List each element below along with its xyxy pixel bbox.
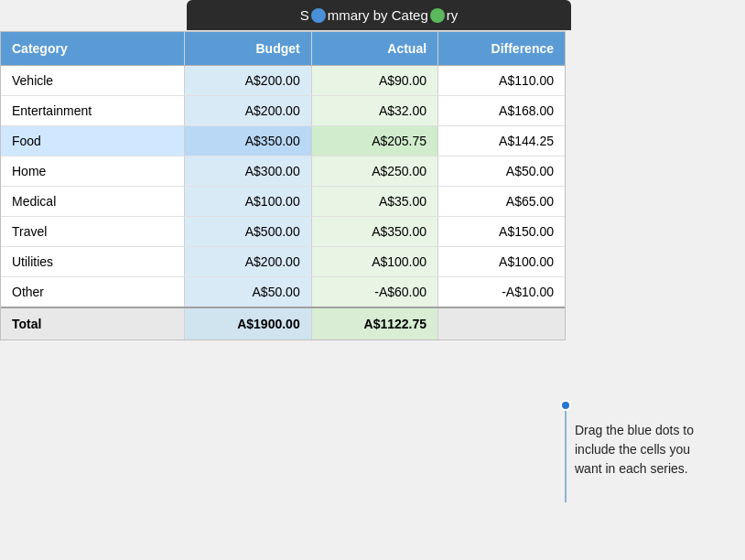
help-text-line2: include the cells you (575, 440, 694, 459)
cell-category: Home (1, 156, 185, 187)
cell-budget: A$50.00 (185, 277, 311, 308)
title-text-part3: ry (447, 7, 459, 23)
blue-dot-series[interactable] (560, 400, 571, 411)
cell-budget: A$200.00 (185, 247, 311, 277)
table-row: UtilitiesA$200.00A$100.00A$100.00 (1, 247, 565, 277)
title-bar: S mmary by Categ ry (187, 0, 571, 30)
cell-actual: A$205.75 (311, 126, 437, 156)
table-row: VehicleA$200.00A$90.00A$110.00 (1, 66, 565, 96)
table-row: FoodA$350.00A$205.75A$144.25 (1, 126, 565, 156)
cell-actual: -A$60.00 (311, 277, 437, 308)
total-budget: A$1900.00 (185, 307, 311, 339)
header-difference: Difference (438, 32, 565, 66)
cell-budget: A$350.00 (185, 126, 311, 156)
cell-difference: A$144.25 (438, 126, 565, 156)
cell-category: Utilities (1, 247, 185, 277)
cell-category: Other (1, 277, 185, 308)
header-actual: Actual (311, 32, 437, 66)
cell-budget: A$300.00 (185, 156, 311, 187)
cell-actual: A$35.00 (311, 187, 437, 217)
header-budget: Budget (185, 32, 311, 66)
cell-category: Vehicle (1, 66, 185, 96)
spreadsheet-table: Category Budget Actual Difference Vehicl… (0, 31, 566, 340)
green-dot-title[interactable] (430, 8, 445, 23)
cell-difference: -A$10.00 (438, 277, 565, 308)
header-category: Category (1, 32, 185, 66)
cell-actual: A$250.00 (311, 156, 437, 187)
blue-dot-title[interactable] (311, 8, 326, 23)
help-text-line1: Drag the blue dots to (575, 421, 694, 440)
title-text-part2: mmary by Categ (328, 7, 428, 23)
table-header-row: Category Budget Actual Difference (1, 32, 565, 66)
cell-difference: A$110.00 (438, 66, 565, 96)
table-row: OtherA$50.00-A$60.00-A$10.00 (1, 277, 565, 308)
total-row: Total A$1900.00 A$1122.75 (1, 307, 565, 339)
total-label: Total (1, 307, 185, 339)
cell-actual: A$100.00 (311, 247, 437, 277)
cell-budget: A$500.00 (185, 217, 311, 247)
help-text-line3: want in each series. (575, 459, 694, 479)
cell-budget: A$200.00 (185, 66, 311, 96)
cell-category: Medical (1, 187, 185, 217)
cell-difference: A$100.00 (438, 247, 565, 277)
cell-category: Travel (1, 217, 185, 247)
title-text-part1: S (300, 7, 309, 23)
table-row: MedicalA$100.00A$35.00A$65.00 (1, 187, 565, 217)
total-actual: A$1122.75 (311, 307, 437, 339)
total-difference (438, 307, 565, 339)
table-row: EntertainmentA$200.00A$32.00A$168.00 (1, 96, 565, 126)
help-text-block: Drag the blue dots to include the cells … (575, 421, 694, 479)
cell-actual: A$90.00 (311, 66, 437, 96)
series-line (565, 411, 567, 502)
cell-category: Entertainment (1, 96, 185, 126)
table-row: TravelA$500.00A$350.00A$150.00 (1, 217, 565, 247)
cell-difference: A$65.00 (438, 187, 565, 217)
cell-difference: A$50.00 (438, 156, 565, 187)
cell-category: Food (1, 126, 185, 156)
table-row: HomeA$300.00A$250.00A$50.00 (1, 156, 565, 187)
cell-budget: A$200.00 (185, 96, 311, 126)
cell-difference: A$168.00 (438, 96, 565, 126)
cell-actual: A$32.00 (311, 96, 437, 126)
cell-budget: A$100.00 (185, 187, 311, 217)
cell-actual: A$350.00 (311, 217, 437, 247)
cell-difference: A$150.00 (438, 217, 565, 247)
